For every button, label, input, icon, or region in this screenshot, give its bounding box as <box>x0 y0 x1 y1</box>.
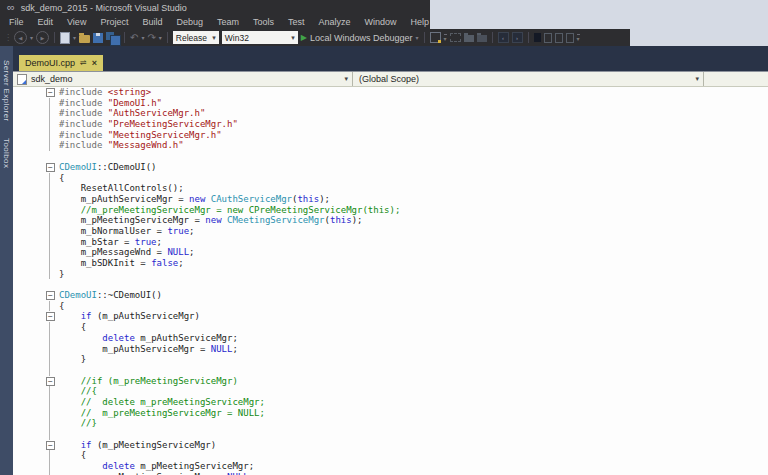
save-all-icon[interactable] <box>106 32 119 44</box>
code-text: { <box>59 450 86 461</box>
toolbar-overflow-icon[interactable]: ▾ <box>577 34 580 42</box>
solution-platform-select[interactable]: Win32 ▾ <box>222 31 298 44</box>
side-tab-toolbox[interactable]: Toolbox <box>2 138 11 168</box>
code-line[interactable]: ResetAllControls(); <box>13 183 768 194</box>
pin-tab-icon[interactable]: ⇌ <box>80 59 87 67</box>
redo-dropdown-icon[interactable]: ▾ <box>159 35 162 41</box>
code-line[interactable]: #include "MeetingServiceMgr.h" <box>13 130 768 141</box>
menu-item-project[interactable]: Project <box>93 17 135 27</box>
code-line[interactable] <box>13 279 768 290</box>
code-line[interactable]: #include "MessageWnd.h" <box>13 140 768 151</box>
fold-toggle-icon[interactable] <box>46 311 59 322</box>
start-debugging-button[interactable]: Local Windows Debugger <box>310 33 413 43</box>
code-line[interactable]: { <box>13 322 768 333</box>
undo-dropdown-icon[interactable]: ▾ <box>141 35 144 41</box>
close-tab-icon[interactable]: × <box>92 59 97 67</box>
code-line[interactable]: //if (m_preMeetingServiceMgr) <box>13 376 768 387</box>
open-file-icon[interactable] <box>79 35 90 43</box>
menu-item-build[interactable]: Build <box>135 17 169 27</box>
side-tab-strip: Server ExplorerToolbox <box>0 46 13 475</box>
redo-icon[interactable]: ↷ <box>147 33 155 43</box>
menu-item-test[interactable]: Test <box>281 17 312 27</box>
new-file-icon[interactable] <box>60 32 70 44</box>
code-line[interactable] <box>13 429 768 440</box>
code-text: if (m_pAuthServiceMgr) <box>59 311 200 322</box>
code-line[interactable]: m_bNormalUser = true; <box>13 226 768 237</box>
code-line[interactable]: #include "DemoUI.h" <box>13 98 768 109</box>
code-line[interactable]: delete m_pMeetingServiceMgr; <box>13 461 768 472</box>
menu-item-view[interactable]: View <box>60 17 93 27</box>
fold-toggle-icon[interactable] <box>46 440 59 451</box>
menu-item-edit[interactable]: Edit <box>31 17 61 27</box>
menu-item-help[interactable]: Help <box>404 17 437 27</box>
code-line[interactable]: m_pMeetingServiceMgr = new CMeetingServi… <box>13 215 768 226</box>
editor-tab-demoui-cpp[interactable]: DemoUI.cpp ⇌ × <box>19 55 103 71</box>
visual-studio-logo-icon: ∞ <box>7 3 15 12</box>
code-line[interactable]: m_pMessageWnd = NULL; <box>13 247 768 258</box>
solution-configuration-select[interactable]: Release ▾ <box>173 31 219 44</box>
fold-guide <box>46 418 59 429</box>
code-line[interactable]: } <box>13 354 768 365</box>
code-line[interactable]: CDemoUI::CDemoUI() <box>13 162 768 173</box>
code-line[interactable]: { <box>13 301 768 312</box>
attach-to-process-icon[interactable] <box>430 32 441 43</box>
menubar: FileEditViewProjectBuildDebugTeamToolsTe… <box>0 15 430 29</box>
visual-studio-window: ∞ sdk_demo_2015 - Microsoft Visual Studi… <box>0 0 768 475</box>
code-line[interactable]: { <box>13 173 768 184</box>
toolbar-overflow-icon[interactable]: ▾ <box>444 34 447 42</box>
undo-icon[interactable]: ↶ <box>130 33 138 43</box>
new-file-dropdown-icon[interactable]: ▾ <box>73 35 76 41</box>
code-line[interactable]: // delete m_preMeetingServiceMgr; <box>13 397 768 408</box>
menu-item-window[interactable]: Window <box>358 17 404 27</box>
navigate-backward-icon[interactable]: ◀ <box>14 31 27 44</box>
fold-toggle-icon[interactable] <box>46 290 59 301</box>
menu-item-analyze[interactable]: Analyze <box>312 17 358 27</box>
menu-item-tools[interactable]: Tools <box>246 17 281 27</box>
decrease-indent-icon[interactable]: ‹ <box>498 32 509 43</box>
code-line[interactable]: // m_preMeetingServiceMgr = NULL; <box>13 408 768 419</box>
code-line[interactable]: //{ <box>13 386 768 397</box>
previous-bookmark-icon <box>544 33 552 43</box>
project-scope-select[interactable]: sdk_demo ▾ <box>13 72 353 86</box>
code-editor[interactable]: #include <string>#include "DemoUI.h"#inc… <box>13 87 768 475</box>
code-line[interactable]: CDemoUI::~CDemoUI() <box>13 290 768 301</box>
code-line[interactable]: #include "AuthServiceMgr.h" <box>13 108 768 119</box>
code-line[interactable]: } <box>13 269 768 280</box>
code-line[interactable]: #include <string> <box>13 87 768 98</box>
code-line[interactable]: //} <box>13 418 768 429</box>
code-line[interactable]: if (m_pAuthServiceMgr) <box>13 311 768 322</box>
titlebar[interactable]: ∞ sdk_demo_2015 - Microsoft Visual Studi… <box>0 0 430 15</box>
fold-guide <box>46 119 59 130</box>
code-line[interactable]: #include "PreMeetingServiceMgr.h" <box>13 119 768 130</box>
increase-indent-icon[interactable]: › <box>512 32 523 43</box>
type-scope-select[interactable]: (Global Scope) ▾ <box>353 72 704 86</box>
code-line[interactable]: m_bStar = true; <box>13 237 768 248</box>
menu-item-file[interactable]: File <box>2 17 31 27</box>
code-line[interactable]: delete m_pAuthServiceMgr; <box>13 333 768 344</box>
title-and-menu-area: ∞ sdk_demo_2015 - Microsoft Visual Studi… <box>0 0 430 29</box>
menu-item-debug[interactable]: Debug <box>169 17 210 27</box>
menu-item-team[interactable]: Team <box>210 17 246 27</box>
window-title: sdk_demo_2015 - Microsoft Visual Studio <box>21 3 187 13</box>
side-tab-server-explorer[interactable]: Server Explorer <box>2 60 11 122</box>
fold-toggle-icon[interactable] <box>46 87 59 98</box>
code-line[interactable] <box>13 151 768 162</box>
start-debugging-dropdown-icon[interactable]: ▾ <box>416 35 419 41</box>
start-debugging-icon[interactable]: ▶ <box>301 33 307 42</box>
code-line[interactable]: m_bSDKInit = false; <box>13 258 768 269</box>
fold-guide <box>46 215 59 226</box>
code-line[interactable]: m_pAuthServiceMgr = NULL; <box>13 344 768 355</box>
code-line[interactable]: //m_preMeetingServiceMgr = new CPreMeeti… <box>13 205 768 216</box>
fold-toggle-icon[interactable] <box>46 162 59 173</box>
toggle-bookmark-icon[interactable] <box>534 33 541 42</box>
member-scope-select[interactable] <box>704 72 768 86</box>
fold-toggle-icon[interactable] <box>46 376 59 387</box>
code-line[interactable]: if (m_pMeetingServiceMgr) <box>13 440 768 451</box>
code-line[interactable] <box>13 365 768 376</box>
navigate-backward-dropdown-icon[interactable]: ▾ <box>30 35 33 41</box>
code-line[interactable]: { <box>13 450 768 461</box>
save-icon[interactable] <box>93 33 103 43</box>
toolbar-grip[interactable]: ⋮ <box>4 33 11 42</box>
navigate-forward-icon[interactable]: ▶ <box>36 31 49 44</box>
code-line[interactable]: m_pAuthServiceMgr = new CAuthServiceMgr(… <box>13 194 768 205</box>
